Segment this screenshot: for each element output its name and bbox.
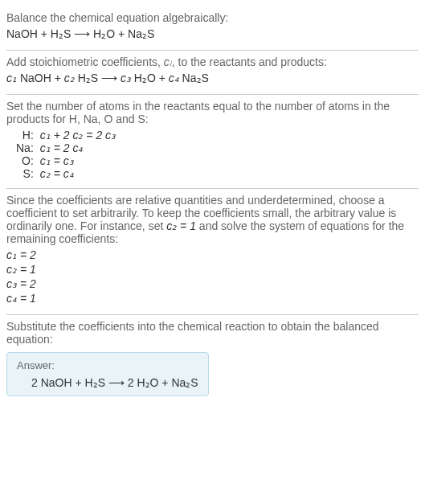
text: H₂O + — [131, 72, 169, 84]
answer-box: Answer: 2 NaOH + H₂S ⟶ 2 H₂O + Na₂S — [6, 352, 209, 396]
solution-line: c₄ = 1 — [6, 292, 419, 305]
element-label: Na: — [13, 141, 37, 154]
coefficients-heading: Add stoichiometric coefficients, cᵢ, to … — [6, 55, 419, 68]
c4: c₄ — [169, 72, 179, 84]
problem-heading: Balance the chemical equation algebraica… — [6, 11, 419, 24]
section-solve: Since the coefficients are relative quan… — [6, 189, 419, 314]
answer-label: Answer: — [17, 359, 198, 371]
balance-equation: c₁ = 2 c₄ — [37, 141, 119, 154]
section-problem: Balance the chemical equation algebraica… — [6, 6, 419, 50]
solution-line: c₁ = 2 — [6, 248, 419, 261]
unbalanced-equation: NaOH + H₂S ⟶ H₂O + Na₂S — [6, 27, 419, 40]
c2: c₂ — [64, 72, 75, 84]
element-label: O: — [13, 154, 37, 167]
c1: c₁ — [6, 72, 17, 84]
ci-symbol: cᵢ — [164, 55, 172, 68]
table-row: S: c₂ = c₄ — [13, 167, 119, 180]
atom-balance-heading: Set the number of atoms in the reactants… — [6, 100, 419, 125]
atom-balance-table: H: c₁ + 2 c₂ = 2 c₃ Na: c₁ = 2 c₄ O: c₁ … — [13, 129, 119, 180]
balanced-equation: 2 NaOH + H₂S ⟶ 2 H₂O + Na₂S — [31, 376, 198, 389]
answer-heading: Substitute the coefficients into the che… — [6, 320, 419, 346]
text: NaOH + — [17, 72, 64, 84]
solution-line: c₃ = 2 — [6, 277, 419, 290]
section-answer: Substitute the coefficients into the che… — [6, 315, 419, 404]
text: H₂S ⟶ — [75, 72, 121, 84]
element-label: H: — [13, 129, 37, 141]
balance-equation: c₁ = c₃ — [37, 154, 119, 167]
table-row: Na: c₁ = 2 c₄ — [13, 141, 119, 154]
section-atom-balance: Set the number of atoms in the reactants… — [6, 95, 419, 188]
balance-equation: c₂ = c₄ — [37, 167, 119, 180]
table-row: O: c₁ = c₃ — [13, 154, 119, 167]
element-label: S: — [13, 167, 37, 180]
solution-line: c₂ = 1 — [6, 263, 419, 276]
solve-heading: Since the coefficients are relative quan… — [6, 194, 419, 245]
balance-equation: c₁ + 2 c₂ = 2 c₃ — [37, 129, 119, 141]
fixed-coef: c₂ = 1 — [166, 219, 196, 232]
table-row: H: c₁ + 2 c₂ = 2 c₃ — [13, 129, 119, 141]
text: , to the reactants and products: — [172, 55, 327, 68]
text: Na₂S — [179, 72, 209, 84]
section-coefficients: Add stoichiometric coefficients, cᵢ, to … — [6, 51, 419, 94]
coeff-equation: c₁ NaOH + c₂ H₂S ⟶ c₃ H₂O + c₄ Na₂S — [6, 72, 419, 84]
c3: c₃ — [121, 72, 131, 84]
text: Add stoichiometric coefficients, — [6, 55, 164, 68]
